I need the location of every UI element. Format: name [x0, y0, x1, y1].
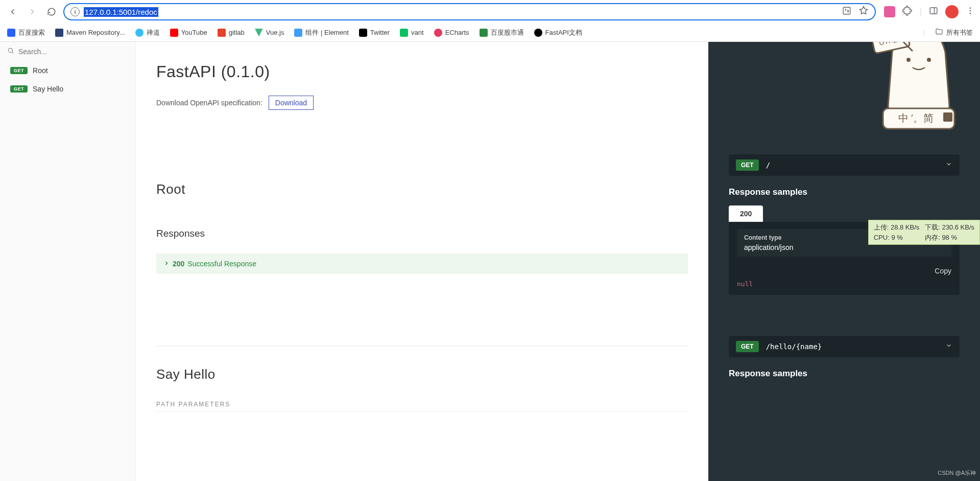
- search-icon: [7, 47, 14, 56]
- response-samples-heading-2: Response samples: [729, 369, 960, 379]
- bookmark-vue[interactable]: Vue.js: [255, 29, 284, 37]
- bookmark-maven[interactable]: Maven Repository...: [55, 29, 125, 37]
- bookmark-zentao[interactable]: 禅道: [135, 28, 160, 37]
- forward-button[interactable]: [25, 4, 40, 19]
- endpoint-hello[interactable]: GET /hello/{name}: [729, 336, 960, 357]
- system-monitor-overlay: 上传: 28.8 KB/s 下载: 230.6 KB/s CPU: 9 % 内存…: [868, 220, 980, 245]
- search-box[interactable]: [0, 42, 135, 61]
- svg-point-8: [906, 58, 911, 62]
- bookmark-star-icon[interactable]: [858, 6, 869, 18]
- address-bar[interactable]: i 127.0.0.1:5001/redoc: [63, 3, 876, 20]
- bookmark-element[interactable]: 组件 | Element: [294, 28, 348, 37]
- chevron-down-icon: [945, 342, 952, 351]
- svg-point-9: [927, 58, 931, 62]
- redoc-sidebar: GET Root GET Say Hello: [0, 42, 136, 481]
- main-content: FastAPI (0.1.0) Download OpenAPI specifi…: [136, 42, 708, 481]
- method-badge: GET: [10, 67, 28, 74]
- chevron-right-icon: [163, 260, 170, 268]
- chrome-actions: |: [880, 5, 975, 18]
- svg-text:中 ′。简: 中 ′。简: [898, 112, 934, 124]
- side-panel-icon[interactable]: [929, 6, 938, 17]
- svg-point-3: [970, 7, 971, 9]
- svg-point-4: [970, 10, 971, 12]
- response-samples-heading: Response samples: [729, 187, 960, 197]
- svg-line-7: [12, 52, 13, 53]
- menu-icon[interactable]: [966, 6, 975, 17]
- browser-toolbar: i 127.0.0.1:5001/redoc |: [0, 0, 980, 24]
- bookmark-gitlab[interactable]: gitlab: [218, 29, 245, 37]
- tab-200[interactable]: 200: [729, 205, 763, 222]
- endpoint-root[interactable]: GET /: [729, 154, 960, 176]
- sidebar-item-label: Say Hello: [33, 85, 63, 93]
- url-text: 127.0.0.1:5001/redoc: [84, 7, 158, 17]
- response-code: 200: [173, 260, 184, 268]
- mascot-image: 中 ′。简 UTH国际: [868, 42, 970, 144]
- page-title: FastAPI (0.1.0): [156, 62, 688, 81]
- chevron-down-icon: [945, 161, 952, 170]
- method-badge: GET: [736, 341, 759, 352]
- watermark: CSDN @A乐神: [938, 469, 976, 477]
- bookmark-fastapi[interactable]: FastAPI文档: [534, 28, 582, 37]
- reload-button[interactable]: [44, 4, 59, 19]
- responses-heading: Responses: [156, 228, 688, 239]
- sidebar-item-label: Root: [33, 66, 48, 75]
- bookmark-twitter[interactable]: Twitter: [359, 29, 390, 37]
- extensions-icon[interactable]: [902, 6, 913, 18]
- copy-button[interactable]: Copy: [737, 267, 951, 275]
- endpoint-path: /: [766, 161, 938, 169]
- section-title-root: Root: [156, 181, 688, 197]
- section-title-sayhello: Say Hello: [156, 367, 688, 382]
- folder-icon: [935, 28, 943, 37]
- download-button[interactable]: Download: [269, 96, 314, 110]
- all-bookmarks[interactable]: 所有书签: [935, 28, 973, 37]
- svg-rect-0: [843, 7, 850, 14]
- bookmark-vant[interactable]: vant: [400, 29, 424, 37]
- sidebar-item-sayhello[interactable]: GET Say Hello: [0, 80, 135, 98]
- download-label: Download OpenAPI specification:: [156, 99, 262, 107]
- bookmark-baidu[interactable]: 百度搜索: [7, 28, 45, 37]
- back-button[interactable]: [5, 4, 20, 19]
- method-badge: GET: [10, 85, 28, 93]
- svg-rect-10: [883, 108, 954, 129]
- endpoint-path: /hello/{name}: [766, 342, 938, 351]
- svg-point-5: [970, 13, 971, 14]
- response-desc: Successful Response: [187, 260, 256, 268]
- svg-rect-12: [943, 112, 952, 122]
- path-parameters-label: PATH PARAMETERS: [156, 401, 688, 411]
- svg-rect-1: [930, 8, 937, 14]
- svg-point-6: [8, 48, 12, 52]
- search-input[interactable]: [18, 48, 128, 56]
- profile-avatar[interactable]: [945, 5, 959, 18]
- translate-icon[interactable]: [842, 6, 851, 17]
- bookmark-stocks[interactable]: 百度股市通: [480, 28, 524, 37]
- site-info-icon[interactable]: i: [70, 7, 80, 16]
- svg-text:UTH国际: UTH国际: [878, 42, 909, 47]
- svg-rect-13: [871, 42, 910, 54]
- extension-icon[interactable]: [884, 6, 895, 17]
- sidebar-item-root[interactable]: GET Root: [0, 61, 135, 80]
- bookmark-echarts[interactable]: ECharts: [434, 29, 469, 37]
- sample-body: null: [737, 280, 951, 288]
- bookmark-bar: 百度搜索 Maven Repository... 禅道 YouTube gitl…: [0, 24, 980, 42]
- bookmark-youtube[interactable]: YouTube: [170, 29, 207, 37]
- code-samples-panel: 中 ′。简 UTH国际 GET / Response samples 200 C…: [708, 42, 980, 481]
- response-200-row[interactable]: 200 Successful Response: [156, 254, 688, 274]
- method-badge: GET: [736, 159, 759, 171]
